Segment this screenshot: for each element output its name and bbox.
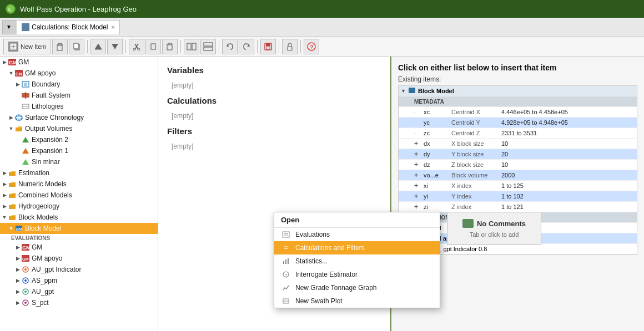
sidebar-item-boundary[interactable]: ▶ Boundary bbox=[0, 79, 158, 90]
row-yi[interactable]: + yi Y index 1 to 102 bbox=[399, 191, 637, 202]
block-model-root[interactable]: ▼ Block Model bbox=[399, 86, 637, 96]
sidebar-item-estimation[interactable]: ▶ Estimation bbox=[0, 167, 158, 179]
row-value: 1 to 121 bbox=[501, 203, 524, 210]
ctx-evaluations[interactable]: Evaluations bbox=[274, 228, 440, 241]
copy-button[interactable] bbox=[69, 39, 84, 54]
plus-icon: + bbox=[414, 171, 422, 179]
expand-icon: ▶ bbox=[1, 203, 8, 210]
row-zc[interactable]: · zc Centroid Z 2331 to 3531 bbox=[399, 128, 637, 139]
undo-button[interactable] bbox=[222, 39, 238, 54]
expand-icon: ▶ bbox=[14, 266, 21, 273]
sidebar-item-numeric-models[interactable]: ▶ Numeric Models bbox=[0, 179, 158, 190]
calc-icon bbox=[281, 244, 291, 252]
close-icon[interactable]: × bbox=[111, 24, 114, 30]
sidebar-item-eval-au-gpt-indicator[interactable]: ▶ AU_gpt Indicator bbox=[0, 264, 158, 275]
row-name: zi bbox=[424, 203, 451, 210]
new-item-button[interactable]: New Item bbox=[3, 39, 51, 54]
row-yc[interactable]: · yc Centroid Y 4.928e+05 to 4.948e+05 bbox=[399, 118, 637, 128]
row-name: xc bbox=[424, 109, 451, 115]
no-comments-box[interactable]: No Comments Tab or click to add bbox=[447, 212, 541, 245]
sidebar-item-eval-s-pct[interactable]: ▶ S_pct bbox=[0, 297, 158, 308]
row-xi[interactable]: + xi X index 1 to 125 bbox=[399, 181, 637, 191]
row-xc[interactable]: · xc Centroid X 4.446e+05 to 4.458e+05 bbox=[399, 107, 637, 118]
block-model-label: Block Model bbox=[418, 88, 454, 94]
block-model-tree-icon bbox=[409, 88, 416, 94]
row-volume[interactable]: + vo...e Block volume 2000 bbox=[399, 170, 637, 181]
ctx-calculations-filters[interactable]: Calculations and Filters bbox=[274, 241, 440, 254]
nav-up-button[interactable] bbox=[90, 39, 106, 54]
tab-bar: ▼ Calculations: Block Model × bbox=[0, 18, 644, 37]
expand-icon: ▶ bbox=[14, 244, 21, 251]
plus-icon: + bbox=[414, 192, 422, 200]
sidebar-item-expansion-1[interactable]: ▶ Expansión 1 bbox=[0, 145, 158, 156]
ctx-calculations-label: Calculations and Filters bbox=[295, 244, 365, 252]
paste2-button[interactable] bbox=[162, 39, 178, 54]
toolbar-separator-5 bbox=[257, 40, 258, 53]
expansion2-icon bbox=[21, 136, 30, 144]
sidebar-item-block-model[interactable]: ▼ BM Block Model bbox=[0, 223, 158, 234]
row-value: 20 bbox=[501, 151, 508, 157]
row-desc: Z block size bbox=[451, 161, 501, 168]
sidebar-item-fault-system[interactable]: ▶ Fault System bbox=[0, 90, 158, 101]
sin-minar-icon bbox=[21, 158, 30, 166]
tab-dropdown[interactable]: ▼ bbox=[2, 20, 16, 34]
row-dy[interactable]: + dy Y block size 20 bbox=[399, 149, 637, 160]
sidebar-item-label: AU_gpt bbox=[32, 288, 54, 296]
sidebar-item-sin-minar[interactable]: ▶ Sin minar bbox=[0, 156, 158, 167]
row-dx[interactable]: + dx X block size 10 bbox=[399, 139, 637, 149]
sidebar-item-eval-as-ppm[interactable]: ▶ AS_ppm bbox=[0, 275, 158, 286]
toolbar-separator-7 bbox=[300, 40, 301, 53]
ctx-grade-tonnage[interactable]: New Grade Tonnage Graph bbox=[274, 281, 440, 294]
row-zi[interactable]: + zi Z index 1 to 121 bbox=[399, 202, 637, 212]
expansion1-icon bbox=[21, 147, 30, 155]
sidebar-item-expansion-2[interactable]: ▶ Expansión 2 bbox=[0, 134, 158, 145]
sidebar-item-label: Numeric Models bbox=[18, 180, 67, 188]
paste-button[interactable] bbox=[52, 39, 68, 54]
dot-icon: · bbox=[414, 109, 422, 115]
sidebar-item-label: AS_ppm bbox=[32, 277, 57, 284]
help-button[interactable]: ? bbox=[304, 39, 319, 54]
sidebar-item-hydrogeology[interactable]: ▶ Hydrogeology bbox=[0, 201, 158, 212]
sidebar-item-gm-apoyo[interactable]: ▼ GM GM apoyo bbox=[0, 68, 158, 79]
sidebar-item-output-volumes[interactable]: ▼ Output Volumes bbox=[0, 123, 158, 134]
rows-button[interactable] bbox=[200, 39, 216, 54]
sidebar-item-label: Lithologies bbox=[32, 103, 63, 110]
sidebar-item-eval-gm[interactable]: ▶ GM GM bbox=[0, 242, 158, 253]
expand-icon: ▶ bbox=[1, 170, 8, 176]
sidebar-item-eval-au-gpt[interactable]: ▶ AU_gpt bbox=[0, 286, 158, 297]
svg-text:?: ? bbox=[310, 44, 314, 50]
sidebar-item-block-models[interactable]: ▼ Block Models bbox=[0, 212, 158, 223]
folder-icon bbox=[8, 180, 17, 188]
nav-down-button[interactable] bbox=[107, 39, 123, 54]
row-desc: Centroid X bbox=[451, 109, 501, 115]
ctx-swath-plot[interactable]: New Swath Plot bbox=[274, 294, 440, 308]
new-item-label: New Item bbox=[21, 43, 46, 50]
lock-button[interactable] bbox=[282, 39, 298, 54]
svg-text:GM: GM bbox=[22, 245, 29, 251]
svg-marker-11 bbox=[112, 44, 118, 49]
row-name: dy bbox=[424, 151, 451, 157]
row-name: yi bbox=[424, 193, 451, 200]
sidebar-item-eval-gm-apoyo[interactable]: ▶ GM GM apoyo bbox=[0, 253, 158, 264]
tab-calculations[interactable]: Calculations: Block Model × bbox=[17, 20, 120, 34]
sidebar-item-label: Hydrogeology bbox=[18, 202, 59, 210]
plus-icon: + bbox=[414, 140, 422, 147]
s-pct-icon bbox=[21, 299, 30, 307]
ctx-interrogate[interactable]: ? Interrogate Estimator bbox=[274, 268, 440, 281]
cols-button[interactable] bbox=[184, 39, 199, 54]
sidebar-item-surface-chronology[interactable]: ▶ Surface Chronology bbox=[0, 112, 158, 123]
chevron-down-icon: ▼ bbox=[6, 24, 12, 30]
ctx-statistics[interactable]: Statistics... bbox=[274, 254, 440, 268]
cut-button[interactable] bbox=[129, 39, 144, 54]
row-dz[interactable]: + dz Z block size 10 bbox=[399, 160, 637, 170]
copy2-button[interactable] bbox=[145, 39, 161, 54]
row-name: dx bbox=[424, 140, 451, 147]
sidebar-item-lithologies[interactable]: ▶ Lithologies bbox=[0, 101, 158, 112]
sidebar-item-label: S_pct bbox=[32, 299, 49, 307]
sidebar-item-label: GM apoyo bbox=[32, 254, 62, 262]
expand-icon: ▶ bbox=[14, 288, 21, 295]
save-button[interactable] bbox=[260, 39, 276, 54]
sidebar-item-gm[interactable]: ▶ GM GM bbox=[0, 57, 158, 68]
sidebar-item-combined-models[interactable]: ▶ Combined Models bbox=[0, 190, 158, 201]
redo-button[interactable] bbox=[239, 39, 254, 54]
